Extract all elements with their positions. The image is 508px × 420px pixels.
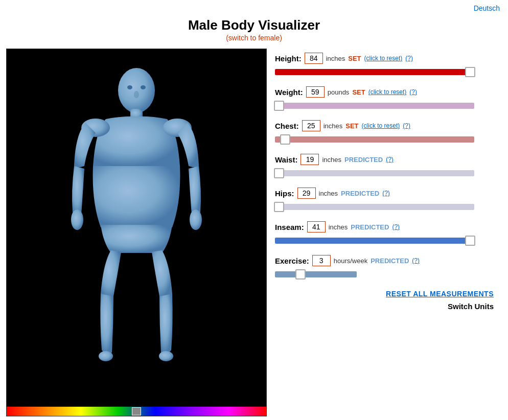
height-slider-thumb[interactable] [465,67,475,77]
chest-label: Chest: [275,122,299,130]
chest-slider-track[interactable] [275,136,474,143]
inseam-slider-track[interactable] [275,238,474,244]
waist-status: PREDICTED [344,156,383,164]
weight-help[interactable]: (?) [409,88,417,96]
weight-slider-container [275,101,494,111]
chest-control: Chest: 25 inches SET (click to reset) (?… [275,120,494,145]
waist-slider-container [275,168,494,178]
chest-unit: inches [324,122,343,130]
weight-value[interactable]: 59 [306,86,325,98]
page-title: Male Body Visualizer [0,17,508,33]
body-figure [7,49,266,416]
hips-slider-track[interactable] [275,204,474,210]
height-reset[interactable]: (click to reset) [364,55,403,62]
height-slider-container [275,67,494,77]
inseam-label: Inseam: [275,223,304,231]
hips-slider-container [275,202,494,212]
reset-all-button[interactable]: RESET ALL MEASUREMENTS [386,290,494,298]
height-help[interactable]: (?) [405,55,413,62]
switch-gender-link[interactable]: (switch to female) [226,34,282,42]
chest-status: SET [345,122,358,130]
height-unit: inches [326,55,345,62]
exercise-value[interactable]: 3 [312,255,331,266]
inseam-control: Inseam: 41 inches PREDICTED (?) [275,221,494,246]
weight-slider-track[interactable] [275,103,474,109]
waist-help[interactable]: (?) [386,156,394,163]
height-control: Height: 84 inches SET (click to reset) (… [275,53,494,77]
chest-slider-thumb[interactable] [280,134,290,145]
color-bar-thumb[interactable] [132,407,141,415]
weight-label: Weight: [275,88,303,97]
exercise-help[interactable]: (?) [412,257,420,264]
weight-control: Weight: 59 pounds SET (click to reset) (… [275,86,494,111]
chest-help[interactable]: (?) [403,122,410,129]
weight-unit: pounds [328,88,350,96]
svg-point-6 [99,351,113,361]
bottom-actions: RESET ALL MEASUREMENTS Switch Units [275,290,494,311]
hips-help[interactable]: (?) [382,190,390,197]
hips-unit: inches [319,190,338,197]
waist-slider-thumb[interactable] [274,168,284,178]
svg-point-0 [118,68,155,113]
svg-point-10 [134,91,139,98]
chest-reset[interactable]: (click to reset) [362,122,400,129]
height-slider-track[interactable] [275,69,474,75]
exercise-label: Exercise: [275,256,309,265]
inseam-unit: inches [329,223,348,231]
weight-status: SET [352,88,365,96]
waist-label: Waist: [275,155,297,164]
inseam-status: PREDICTED [351,223,389,231]
inseam-value[interactable]: 41 [307,221,326,232]
hips-label: Hips: [275,189,294,198]
svg-point-8 [127,85,132,89]
svg-point-4 [71,209,83,230]
hips-control: Hips: 29 inches PREDICTED (?) [275,188,494,212]
height-label: Height: [275,54,302,63]
inseam-slider-thumb[interactable] [465,236,475,246]
inseam-slider-container [275,236,494,246]
inseam-help[interactable]: (?) [392,223,400,230]
exercise-status: PREDICTED [371,257,409,265]
hips-value[interactable]: 29 [297,188,316,199]
model-panel [6,49,267,416]
color-bar [7,407,266,416]
height-value[interactable]: 84 [305,53,323,64]
svg-point-9 [141,85,146,89]
waist-control: Waist: 19 inches PREDICTED (?) [275,154,494,178]
exercise-slider-track[interactable] [275,271,357,277]
waist-unit: inches [322,156,341,164]
svg-point-5 [190,209,202,230]
body-svg [55,64,218,401]
chest-value[interactable]: 25 [302,120,320,131]
switch-units-button[interactable]: Switch Units [448,302,494,311]
deutsch-link[interactable]: Deutsch [474,4,500,12]
chest-slider-container [275,134,494,145]
weight-reset[interactable]: (click to reset) [368,88,407,96]
svg-point-7 [159,351,173,361]
controls-panel: Height: 84 inches SET (click to reset) (… [267,49,502,416]
hips-slider-thumb[interactable] [274,202,284,212]
weight-slider-thumb[interactable] [274,101,284,111]
waist-slider-track[interactable] [275,170,474,176]
exercise-control: Exercise: 3 hours/week PREDICTED (?) [275,255,494,279]
exercise-unit: hours/week [334,257,367,265]
height-status: SET [348,55,361,62]
exercise-slider-thumb[interactable] [295,269,306,279]
waist-value[interactable]: 19 [301,154,319,165]
exercise-slider-container [275,269,494,279]
hips-status: PREDICTED [341,190,379,197]
